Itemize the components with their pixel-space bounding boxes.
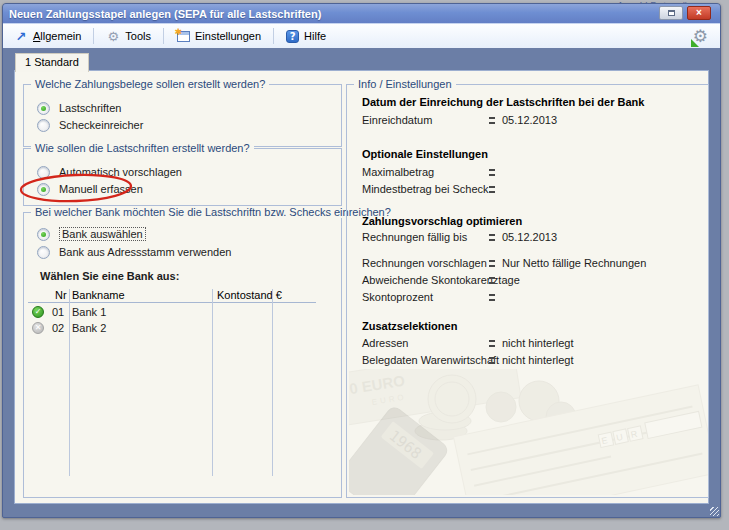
svg-text:R: R [630, 429, 639, 440]
toolbar-button-hilfe[interactable]: ? Hilfe [279, 28, 333, 45]
radio-label: Bank auswählen [59, 227, 146, 241]
toolbar-separator [163, 28, 164, 44]
settings-window-icon: ✱ [177, 31, 190, 42]
group-creation-mode: Wie sollen die Lastschriften erstellt we… [23, 148, 342, 206]
svg-text:EURO: EURO [371, 392, 407, 406]
euro-money-watermark: 0 EURO EURO [349, 369, 708, 495]
toolbar-button-tools[interactable]: ⚙ Tools [99, 27, 158, 45]
column-header-nr[interactable]: Nr [55, 289, 67, 301]
cell-bankname: Bank 1 [72, 306, 106, 318]
help-icon: ? [286, 30, 299, 43]
radio-automatisch-vorschlagen[interactable]: Automatisch vorschlagen [37, 165, 182, 179]
radio-scheckeinreicher[interactable]: Scheckeinreicher [37, 118, 143, 132]
cell-bankname: Bank 2 [72, 322, 106, 334]
radio-manuell-erfassen[interactable]: Manuell erfassen [37, 182, 143, 196]
equals-icon [489, 260, 495, 267]
equals-icon [489, 169, 495, 176]
equals-icon [489, 277, 495, 284]
info-value[interactable]: Nur Netto fällige Rechnungen [502, 257, 646, 269]
resize-grip[interactable] [710, 507, 719, 516]
info-row-maximalbetrag: Maximalbetrag [362, 166, 702, 180]
info-value[interactable]: 05.12.2013 [502, 114, 557, 126]
equals-icon [489, 294, 495, 301]
info-label: Maximalbetrag [362, 166, 434, 178]
radio-label: Bank aus Adressstamm verwenden [59, 246, 231, 258]
window-controls: × [659, 6, 711, 20]
info-label: Abweichende Skontokarenztage [362, 274, 520, 286]
toolbar-button-allgemein[interactable]: ↗ Allgemein [7, 27, 88, 45]
cross-circle-icon: ✕ [32, 322, 44, 334]
info-row-mindestbetrag: Mindestbetrag bei Scheck [362, 183, 702, 197]
info-row-einreichdatum: Einreichdatum 05.12.2013 [362, 114, 702, 128]
toolbar: ↗ Allgemein ⚙ Tools ✱ Einstellungen ? Hi… [3, 23, 720, 48]
info-label: Adressen [362, 337, 408, 349]
info-value[interactable]: 05.12.2013 [502, 231, 557, 243]
window-title: Neuen Zahlungsstapel anlegen (SEPA für a… [9, 8, 321, 20]
tab-standard[interactable]: 1 Standard [15, 53, 89, 72]
radio-label: Manuell erfassen [59, 183, 143, 195]
green-arrow-icon [691, 39, 699, 47]
group-legend: Bei welcher Bank möchten Sie die Lastsch… [31, 206, 395, 218]
restore-button[interactable] [659, 6, 683, 20]
group-bank-choice: Bei welcher Bank möchten Sie die Lastsch… [23, 212, 342, 498]
radio-label: Scheckeinreicher [59, 119, 143, 131]
main-panel: Welche Zahlungsbelege sollen erstellt we… [14, 70, 709, 504]
svg-text:U: U [615, 432, 623, 443]
window-body: 1 Standard Welche Zahlungsbelege sollen … [3, 48, 720, 517]
bank-table-title: Wählen Sie eine Bank aus: [40, 270, 179, 282]
toolbar-label: Allgemein [33, 30, 81, 42]
radio-bank-auswaehlen[interactable]: Bank auswählen [37, 227, 146, 241]
close-icon: × [696, 8, 702, 18]
svg-text:E: E [601, 435, 609, 446]
arrow-up-right-icon: ↗ [14, 29, 28, 43]
equals-icon [489, 117, 495, 124]
info-label: Einreichdatum [362, 114, 432, 126]
title-bar[interactable]: Neuen Zahlungsstapel anlegen (SEPA für a… [3, 4, 720, 23]
info-row-belegdaten: Belegdaten Warenwirtschaft nicht hinterl… [362, 354, 702, 368]
info-label: Belegdaten Warenwirtschaft [362, 354, 499, 366]
close-button[interactable]: × [687, 6, 711, 20]
restore-icon [668, 10, 675, 16]
info-row-rechnungen-faellig: Rechnungen fällig bis 05.12.2013 [362, 231, 702, 245]
cell-nr: 02 [52, 322, 64, 334]
radio-icon [37, 246, 50, 259]
radio-label: Automatisch vorschlagen [59, 166, 182, 178]
radio-icon [37, 119, 50, 132]
info-label: Skontoprozent [362, 291, 433, 303]
radio-icon [37, 228, 50, 241]
info-heading: Optionale Einstellungen [362, 148, 488, 160]
group-payment-type: Welche Zahlungsbelege sollen erstellt we… [23, 84, 342, 147]
run-gear-icon[interactable]: ⚙ [693, 26, 708, 46]
info-heading: Datum der Einreichung der Lastschriften … [362, 96, 644, 108]
toolbar-separator [93, 28, 94, 44]
radio-bank-adressstamm[interactable]: Bank aus Adressstamm verwenden [37, 245, 231, 259]
radio-icon [37, 166, 50, 179]
info-value[interactable]: nicht hinterlegt [502, 337, 574, 349]
info-row-adressen: Adressen nicht hinterlegt [362, 337, 702, 351]
radio-icon [37, 183, 50, 196]
info-value[interactable]: nicht hinterlegt [502, 354, 574, 366]
radio-label: Lastschriften [59, 102, 121, 114]
gears-icon: ⚙ [106, 29, 120, 43]
equals-icon [489, 234, 495, 241]
table-row-bank-1[interactable]: ✓ 01 Bank 1 [24, 305, 324, 321]
group-legend: Wie sollen die Lastschriften erstellt we… [31, 142, 254, 154]
cell-nr: 01 [52, 306, 64, 318]
info-label: Rechnungen fällig bis [362, 231, 467, 243]
toolbar-label: Tools [125, 30, 151, 42]
toolbar-label: Einstellungen [195, 30, 261, 42]
radio-lastschriften[interactable]: Lastschriften [37, 101, 121, 115]
group-info-einstellungen: Info / Einstellungen 0 EURO EURO [346, 84, 709, 498]
group-legend: Welche Zahlungsbelege sollen erstellt we… [31, 78, 269, 90]
toolbar-label: Hilfe [304, 30, 326, 42]
info-row-rechnungen-vorschlagen: Rechnungen vorschlagen Nur Netto fällige… [362, 257, 702, 271]
table-row-bank-2[interactable]: ✕ 02 Bank 2 [24, 321, 324, 337]
column-header-bankname[interactable]: Bankname [72, 289, 125, 301]
tab-label: 1 Standard [25, 56, 79, 68]
info-heading: Zahlungsvorschlag optimieren [362, 215, 522, 227]
info-row-skontokarenztage: Abweichende Skontokarenztage [362, 274, 702, 288]
info-label: Rechnungen vorschlagen [362, 257, 487, 269]
toolbar-button-einstellungen[interactable]: ✱ Einstellungen [169, 27, 268, 45]
toolbar-separator [273, 28, 274, 44]
group-legend: Info / Einstellungen [354, 78, 456, 90]
